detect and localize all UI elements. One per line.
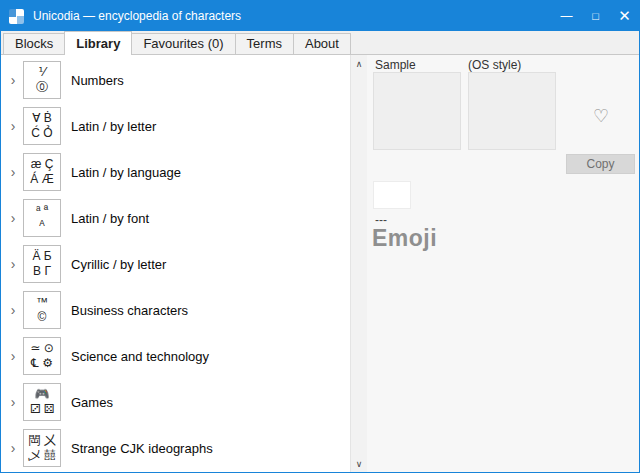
tab-blocks[interactable]: Blocks [3,33,65,54]
icon-glyphs: Ć Ỏ [31,126,52,141]
icon-glyphs: В Г [33,264,51,279]
icon-glyphs: ℄ ⚙ [31,356,53,371]
icon-glyphs: ⅟ [39,65,46,80]
scroll-down-icon[interactable]: ∨ [351,455,367,472]
library-item-games[interactable]: › 🎮 ⚂ ⚄ Games [1,379,350,425]
category-label: Science and technology [71,349,209,364]
category-label: Strange CJK ideographs [71,441,213,456]
icon-glyphs: ™ [36,295,48,310]
icon-glyphs: Ӓ Б [32,249,51,264]
icon-glyphs: ᴬ [39,218,44,233]
library-item-strange-cjk-ideographs[interactable]: › 閊 㐅 乄 囍 Strange CJK ideographs [1,425,350,471]
chevron-right-icon[interactable]: › [5,210,21,226]
character-preview-box [373,181,411,209]
category-icon: Ӓ Б В Г [23,245,61,283]
section-heading: Emoji [372,225,437,252]
library-item-numbers[interactable]: › ⅟ ⓪ Numbers [1,57,350,103]
category-label: Numbers [71,73,124,88]
category-icon: ≃ ⊙ ℄ ⚙ [23,337,61,375]
chevron-right-icon[interactable]: › [5,118,21,134]
category-icon: 🎮 ⚂ ⚄ [23,383,61,421]
library-item-cyrillic-by-letter[interactable]: › Ӓ Б В Г Cyrillic / by letter [1,241,350,287]
title-bar: Unicodia — encyclopedia of characters — … [1,1,639,31]
icon-glyphs: © [38,310,47,325]
app-window: Unicodia — encyclopedia of characters — … [0,0,640,473]
library-item-latin-by-letter[interactable]: › Ɐ Ḃ Ć Ỏ Latin / by letter [1,103,350,149]
tab-favourites[interactable]: Favourites (0) [131,33,235,54]
chevron-right-icon[interactable]: › [5,256,21,272]
minimize-button[interactable]: — [552,1,581,31]
icon-glyphs: 🎮 [35,387,50,402]
library-item-business-characters[interactable]: › ™ © Business characters [1,287,350,333]
close-button[interactable]: ✕ [610,1,639,31]
category-label: Games [71,395,113,410]
category-icon: ™ © [23,291,61,329]
category-icon: 閊 㐅 乄 囍 [23,429,61,467]
category-label: Business characters [71,303,188,318]
library-content: › ⅟ ⓪ Numbers › Ɐ Ḃ Ć Ỏ Latin / by lette… [1,55,639,472]
category-label: Latin / by letter [71,119,156,134]
app-logo-icon [9,9,24,24]
icon-glyphs: 閊 㐅 [28,433,55,448]
tab-bar: Blocks Library Favourites (0) Terms Abou… [1,31,639,55]
tab-terms[interactable]: Terms [235,33,294,54]
os-style-label: (OS style) [468,58,521,72]
icon-glyphs: ⓪ [36,80,48,95]
tree-scrollbar[interactable]: ∧ ∨ [350,55,367,472]
detail-pane: Sample (OS style) ♡ Copy --- Emoji [367,55,639,472]
icon-glyphs: æ Ç [31,157,54,172]
category-icon: ⅟ ⓪ [23,61,61,99]
chevron-right-icon[interactable]: › [5,72,21,88]
category-icon: æ Ç Á Æ [23,153,61,191]
category-label: Latin / by language [71,165,181,180]
chevron-right-icon[interactable]: › [5,302,21,318]
chevron-right-icon[interactable]: › [5,164,21,180]
maximize-button[interactable]: □ [581,1,610,31]
library-item-latin-by-language[interactable]: › æ Ç Á Æ Latin / by language [1,149,350,195]
sample-display [373,72,461,150]
library-item-science-and-technology[interactable]: › ≃ ⊙ ℄ ⚙ Science and technology [1,333,350,379]
category-label: Latin / by font [71,211,149,226]
icon-glyphs: ≃ ⊙ [30,341,53,356]
icon-glyphs: Á Æ [30,172,53,187]
window-title: Unicodia — encyclopedia of characters [33,9,552,23]
icon-glyphs: Ɐ Ḃ [32,111,52,126]
os-style-sample-display [468,72,556,150]
category-icon: ᵃ ª ᴬ [23,199,61,237]
icon-glyphs: ᵃ ª [36,203,48,218]
favourite-heart-icon[interactable]: ♡ [593,105,609,127]
category-icon: Ɐ Ḃ Ć Ỏ [23,107,61,145]
sample-label: Sample [375,58,416,72]
chevron-right-icon[interactable]: › [5,348,21,364]
icon-glyphs: 乄 囍 [28,448,55,463]
category-tree: › ⅟ ⓪ Numbers › Ɐ Ḃ Ć Ỏ Latin / by lette… [1,55,350,472]
library-item-latin-by-font[interactable]: › ᵃ ª ᴬ Latin / by font [1,195,350,241]
tab-library[interactable]: Library [64,31,132,55]
copy-button[interactable]: Copy [566,154,635,174]
chevron-right-icon[interactable]: › [5,440,21,456]
tab-about[interactable]: About [293,33,351,54]
category-label: Cyrillic / by letter [71,257,166,272]
scroll-up-icon[interactable]: ∧ [351,55,367,72]
chevron-right-icon[interactable]: › [5,394,21,410]
icon-glyphs: ⚂ ⚄ [30,402,54,417]
